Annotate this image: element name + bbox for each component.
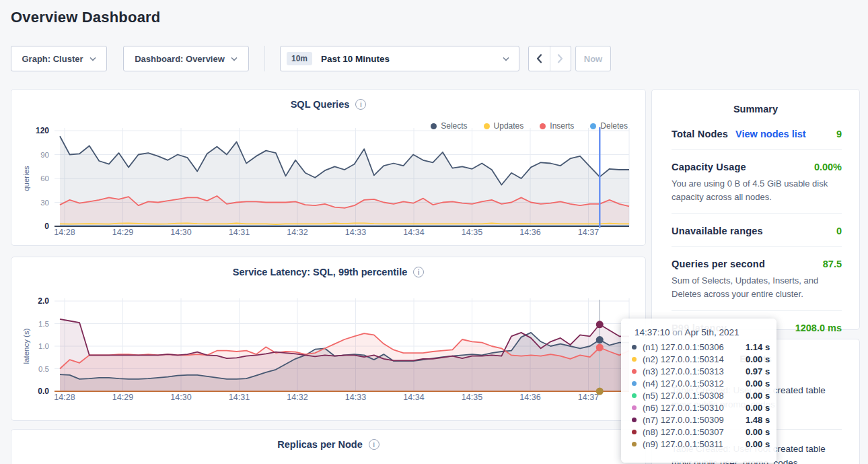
chevron-down-icon xyxy=(503,57,509,61)
summary-value: 0.00% xyxy=(814,162,842,172)
summary-row: Queries per second87.5Sum of Selects, Up… xyxy=(672,247,842,311)
time-forward-button[interactable] xyxy=(550,46,571,71)
tooltip-node-address: (n1) 127.0.0.1:50306 xyxy=(643,342,746,352)
now-button-label: Now xyxy=(584,54,602,64)
legend-dot xyxy=(484,123,490,129)
tooltip-node-address: (n7) 127.0.0.1:50309 xyxy=(643,415,746,425)
chart-hover-tooltip: 14:37:10 on Apr 5th, 2021 (n1) 127.0.0.1… xyxy=(621,319,776,463)
svg-text:14:35: 14:35 xyxy=(462,228,482,237)
svg-text:14:36: 14:36 xyxy=(519,228,540,237)
legend-label: Deletes xyxy=(600,121,628,131)
summary-panel-title: Summary xyxy=(652,90,859,114)
svg-text:14:30: 14:30 xyxy=(170,228,191,237)
dashboard-dropdown-label: Dashboard: Overview xyxy=(135,54,225,64)
svg-text:0.5: 0.5 xyxy=(38,365,49,373)
tooltip-row: (n8) 127.0.0.1:503070.00 s xyxy=(631,426,776,438)
legend-item-selects[interactable]: Selects xyxy=(431,121,467,131)
tooltip-row: (n7) 127.0.0.1:503091.48 s xyxy=(631,413,776,426)
svg-text:14:37: 14:37 xyxy=(578,228,599,237)
tooltip-node-address: (n4) 127.0.0.1:50312 xyxy=(643,378,746,389)
svg-text:14:34: 14:34 xyxy=(403,228,424,237)
chevron-down-icon xyxy=(231,57,238,61)
svg-text:14:37: 14:37 xyxy=(578,393,599,402)
svg-text:14:35: 14:35 xyxy=(462,393,482,402)
replicas-per-node-chart-card: Replicas per Node xyxy=(11,429,646,464)
page-title: Overview Dashboard xyxy=(11,9,160,26)
chart-title: SQL Queries xyxy=(291,99,350,110)
svg-text:1.0: 1.0 xyxy=(38,342,49,350)
svg-text:90: 90 xyxy=(40,151,49,159)
node-color-dot xyxy=(632,405,637,410)
legend-dot xyxy=(431,123,437,129)
svg-text:14:28: 14:28 xyxy=(54,228,75,237)
svg-text:14:31: 14:31 xyxy=(229,393,250,402)
tooltip-node-address: (n5) 127.0.0.1:50308 xyxy=(643,391,746,401)
svg-text:14:28: 14:28 xyxy=(54,393,75,402)
legend-label: Selects xyxy=(441,121,467,131)
summary-value: 0 xyxy=(836,226,842,236)
node-color-dot xyxy=(632,369,637,374)
svg-text:14:34: 14:34 xyxy=(403,393,424,402)
legend-item-deletes[interactable]: Deletes xyxy=(590,121,628,131)
dashboard-dropdown[interactable]: Dashboard: Overview xyxy=(123,46,249,71)
tooltip-row: (n6) 127.0.0.1:503100.00 s xyxy=(631,401,776,413)
svg-text:60: 60 xyxy=(40,174,49,183)
tooltip-row: (n4) 127.0.0.1:503120.00 s xyxy=(631,377,776,389)
summary-row: Total NodesView nodes list9 xyxy=(672,117,842,150)
graph-dropdown[interactable]: Graph: Cluster xyxy=(11,46,107,71)
sql-queries-legend: SelectsUpdatesInsertsDeletes xyxy=(431,121,628,131)
tooltip-row: (n2) 127.0.0.1:503140.00 s xyxy=(631,353,776,365)
tooltip-node-value: 0.00 s xyxy=(746,439,770,449)
now-button[interactable]: Now xyxy=(575,46,611,71)
tooltip-node-value: 0.00 s xyxy=(746,378,770,389)
tooltip-node-value: 0.00 s xyxy=(746,391,770,401)
info-icon[interactable] xyxy=(413,267,424,277)
summary-value: 87.5 xyxy=(823,259,842,269)
summary-rows: Total NodesView nodes list9Capacity Usag… xyxy=(652,114,859,343)
graph-dropdown-label: Graph: Cluster xyxy=(22,54,83,64)
node-color-dot xyxy=(632,357,637,362)
legend-label: Inserts xyxy=(550,121,574,131)
svg-text:2.0: 2.0 xyxy=(38,296,49,306)
svg-text:14:32: 14:32 xyxy=(287,228,308,237)
summary-value: 1208.0 ms xyxy=(795,323,842,333)
summary-panel: Summary Total NodesView nodes list9Capac… xyxy=(651,89,860,330)
sql-queries-plot[interactable]: 14:2814:2914:3014:3114:3214:3314:3414:35… xyxy=(11,90,647,246)
time-range-picker[interactable]: 10m Past 10 Minutes xyxy=(280,46,519,71)
tooltip-row: (n1) 127.0.0.1:503061.14 s xyxy=(631,341,776,353)
chevron-left-icon xyxy=(536,54,542,63)
time-range-label: Past 10 Minutes xyxy=(321,54,390,64)
info-icon[interactable] xyxy=(369,439,379,450)
toolbar-divider xyxy=(264,46,265,71)
node-color-dot xyxy=(632,381,637,386)
svg-text:14:30: 14:30 xyxy=(170,393,191,402)
service-latency-chart-card: Service Latency: SQL, 99th percentile 14… xyxy=(11,257,646,421)
summary-label: Unavailable ranges xyxy=(672,226,763,236)
chevron-right-icon xyxy=(557,54,563,63)
tooltip-row: (n3) 127.0.0.1:503130.97 s xyxy=(631,365,776,377)
legend-dot xyxy=(540,123,546,129)
svg-text:14:29: 14:29 xyxy=(112,228,133,237)
legend-item-inserts[interactable]: Inserts xyxy=(540,121,574,131)
service-latency-plot[interactable]: 14:2814:2914:3014:3114:3214:3314:3414:35… xyxy=(11,257,647,422)
time-step-buttons xyxy=(528,46,571,71)
svg-text:0: 0 xyxy=(44,222,49,231)
tooltip-row: (n9) 127.0.0.1:503110.00 s xyxy=(631,438,776,450)
node-color-dot xyxy=(632,345,637,350)
tooltip-node-value: 0.97 s xyxy=(746,366,770,376)
svg-text:14:33: 14:33 xyxy=(345,393,366,402)
summary-row: Unavailable ranges0 xyxy=(672,214,842,247)
svg-text:14:29: 14:29 xyxy=(112,393,133,402)
info-icon[interactable] xyxy=(355,99,366,110)
node-color-dot xyxy=(632,393,637,398)
svg-text:120: 120 xyxy=(36,126,49,135)
node-color-dot xyxy=(632,418,637,422)
svg-text:latency (s): latency (s) xyxy=(22,328,30,364)
svg-text:14:31: 14:31 xyxy=(229,228,250,237)
view-nodes-list-link[interactable]: View nodes list xyxy=(735,129,806,139)
time-back-button[interactable] xyxy=(529,46,550,71)
summary-label: Queries per second xyxy=(672,259,765,269)
svg-text:1.5: 1.5 xyxy=(38,320,49,328)
legend-item-updates[interactable]: Updates xyxy=(484,121,524,131)
svg-text:14:36: 14:36 xyxy=(519,393,540,402)
